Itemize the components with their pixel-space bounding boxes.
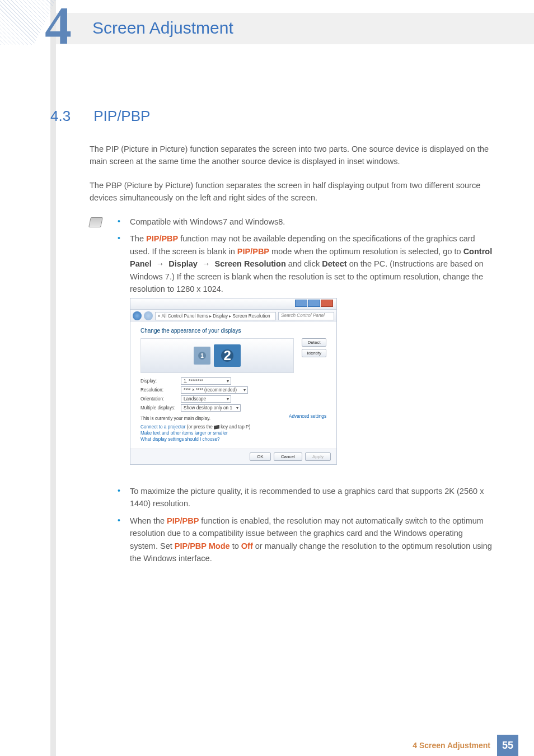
label-multiple-displays: Multiple displays:	[140, 405, 181, 410]
dialog-heading: Change the appearance of your displays	[140, 328, 326, 334]
emphasis-detect: Detect	[322, 259, 346, 268]
window-minimize-icon[interactable]	[295, 300, 307, 307]
search-input[interactable]: Search Control Panel	[278, 312, 334, 320]
ok-button[interactable]: OK	[250, 452, 271, 461]
dialog-footer: OK Cancel Apply	[130, 449, 336, 464]
window-close-icon[interactable]	[321, 300, 333, 307]
note-list: Compatible with Windows7 and Windows8. T…	[112, 216, 493, 300]
monitor-preview-area[interactable]: 1 2	[140, 338, 294, 373]
paragraph-pip-description: The PIP (Picture in Picture) function se…	[90, 143, 493, 168]
connect-projector-link[interactable]: Connect to a projector (or press the key…	[140, 424, 326, 430]
advanced-settings-link[interactable]: Advanced settings	[289, 414, 326, 423]
footer-chapter-label: 4 Screen Adjustment	[413, 741, 490, 750]
monitor-2-icon[interactable]: 2	[214, 344, 241, 367]
orientation-select[interactable]: Landscape	[181, 395, 231, 403]
emphasis-screen-resolution: Screen Resolution	[215, 259, 286, 268]
identify-button[interactable]: Identify	[302, 349, 326, 357]
label-orientation: Orientation:	[140, 396, 181, 402]
resolution-select[interactable]: **** × **** (recommended)	[181, 386, 248, 394]
monitor-1-icon[interactable]: 1	[194, 347, 210, 365]
chapter-number: 4	[45, 0, 72, 53]
highlight-pip-pbp: PIP/PBP	[237, 247, 269, 256]
section-heading: 4.3 PIP/PBP	[50, 108, 150, 125]
paragraph-pbp-description: The PBP (Picture by Picture) function se…	[90, 179, 493, 204]
note-icon	[88, 217, 103, 227]
label-resolution: Resolution:	[140, 388, 181, 393]
detect-button[interactable]: Detect	[302, 338, 326, 347]
section-title: PIP/PBP	[93, 108, 150, 124]
list-item: Compatible with Windows7 and Windows8.	[112, 216, 493, 228]
list-item: To maximize the picture quality, it is r…	[112, 485, 493, 510]
windows-key-icon	[214, 425, 219, 430]
highlight-pip-pbp: PIP/PBP	[146, 234, 178, 243]
list-item: The PIP/PBP function may not be availabl…	[112, 232, 493, 295]
address-bar: « All Control Panel Items ▸ Display ▸ Sc…	[130, 310, 336, 322]
highlight-pip-pbp: PIP/PBP	[167, 516, 199, 525]
section-number: 4.3	[50, 108, 90, 125]
window-titlebar	[130, 298, 336, 310]
nav-back-icon[interactable]	[133, 311, 142, 320]
apply-button[interactable]: Apply	[305, 452, 331, 461]
page-number: 55	[497, 735, 518, 756]
text-size-link[interactable]: Make text and other items larger or smal…	[140, 431, 326, 436]
chapter-title: Screen Adjustment	[92, 18, 233, 38]
highlight-pip-pbp-mode: PIP/PBP Mode	[175, 542, 230, 550]
display-select[interactable]: 1. ********	[181, 377, 231, 385]
cancel-button[interactable]: Cancel	[274, 452, 302, 461]
display-settings-help-link[interactable]: What display settings should I choose?	[140, 437, 326, 442]
screenshot-screen-resolution-dialog: « All Control Panel Items ▸ Display ▸ Sc…	[130, 298, 337, 465]
highlight-off: Off	[241, 542, 253, 550]
list-item: When the PIP/PBP function is enabled, th…	[112, 515, 493, 565]
main-display-note: This is currently your main display.	[140, 416, 210, 421]
nav-forward-icon[interactable]	[144, 311, 153, 320]
multiple-displays-select[interactable]: Show desktop only on 1	[181, 404, 241, 412]
breadcrumb-path[interactable]: « All Control Panel Items ▸ Display ▸ Sc…	[155, 312, 276, 320]
window-maximize-icon[interactable]	[308, 300, 320, 307]
label-display: Display:	[140, 379, 181, 384]
note-list-continued: To maximize the picture quality, it is r…	[112, 485, 493, 570]
page-footer: 4 Screen Adjustment 55	[0, 735, 534, 756]
emphasis-display: Display	[168, 259, 198, 268]
